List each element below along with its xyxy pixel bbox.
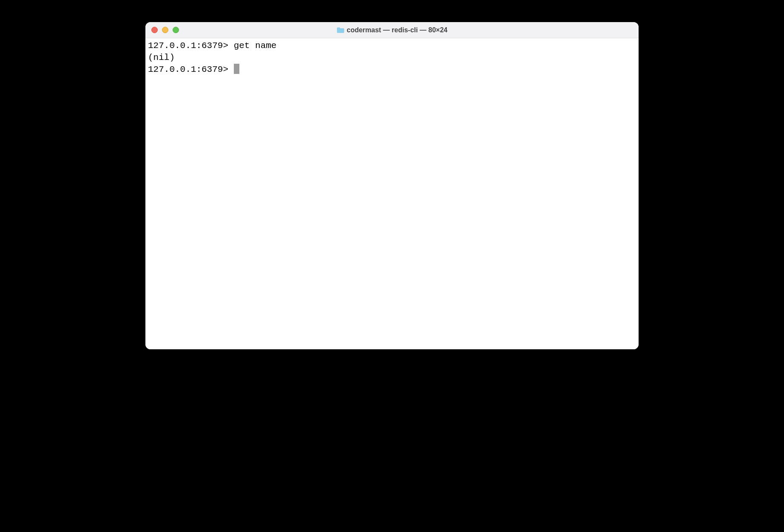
terminal-window: codermast — redis-cli — 80×24 127.0.0.1:…	[145, 22, 639, 349]
prompt: 127.0.0.1:6379>	[148, 41, 228, 51]
terminal-line: (nil)	[148, 52, 636, 64]
window-title: codermast — redis-cli — 80×24	[347, 26, 448, 34]
folder-icon	[337, 27, 344, 33]
titlebar: codermast — redis-cli — 80×24	[145, 22, 639, 38]
terminal-body[interactable]: 127.0.0.1:6379> get name(nil)127.0.0.1:6…	[145, 38, 639, 349]
command: get name	[228, 41, 276, 51]
cursor	[234, 64, 239, 74]
terminal-line: 127.0.0.1:6379> get name	[148, 40, 636, 52]
titlebar-title-container: codermast — redis-cli — 80×24	[145, 26, 639, 34]
close-button[interactable]	[151, 27, 158, 33]
terminal-line: 127.0.0.1:6379>	[148, 64, 636, 76]
minimize-button[interactable]	[162, 27, 168, 33]
traffic-lights	[151, 27, 179, 33]
output: (nil)	[148, 53, 175, 62]
zoom-button[interactable]	[173, 27, 179, 33]
prompt: 127.0.0.1:6379>	[148, 65, 234, 74]
